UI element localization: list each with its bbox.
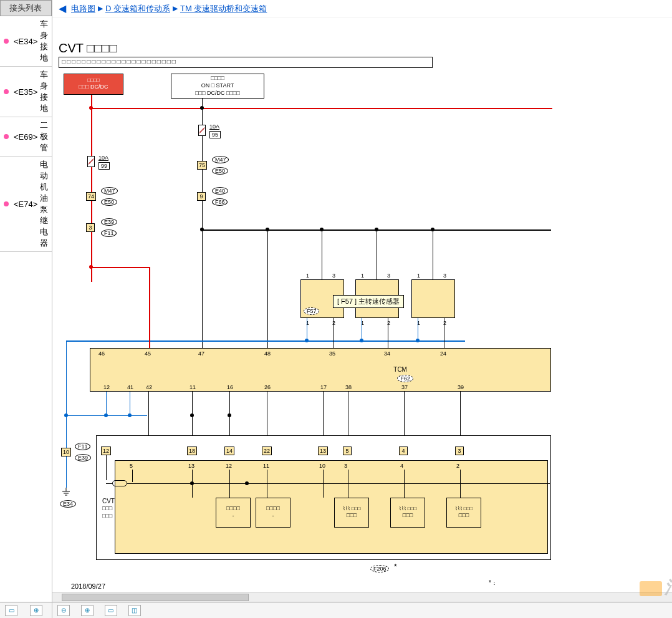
wire — [444, 318, 444, 348]
wire — [418, 318, 418, 340]
wire — [202, 229, 203, 348]
crumb-link[interactable]: 电路图 — [71, 3, 95, 14]
wire — [433, 229, 433, 279]
bullet-icon — [4, 201, 9, 206]
node — [200, 106, 204, 110]
pin: 3 — [86, 223, 95, 232]
conn[interactable]: F66 — [212, 198, 228, 206]
crumb-link[interactable]: D 变速箱和传动系 — [105, 3, 170, 14]
wire — [91, 267, 150, 268]
list-item[interactable]: <E74> 电动机油泵继电器 — [0, 157, 52, 252]
wire — [404, 392, 405, 435]
add-icon[interactable]: ⊕ — [30, 605, 42, 616]
wire — [348, 392, 348, 435]
wire — [460, 392, 461, 435]
zoom-out-icon[interactable]: ⊖ — [57, 605, 70, 616]
node — [89, 265, 93, 269]
wire — [388, 318, 388, 348]
list-item[interactable]: <E69> 二极管 — [0, 117, 52, 157]
node — [228, 413, 231, 417]
conn[interactable]: F11 — [75, 443, 91, 450]
fuse-icon — [87, 156, 95, 167]
wire — [66, 415, 147, 416]
conn[interactable]: E50 — [212, 167, 228, 175]
main-panel: ◀ 电路图 ▶ D 变速箱和传动系 ▶ TM 变速驱动桥和变速箱 CVT □□□… — [52, 0, 672, 618]
wire — [267, 229, 268, 348]
pin: 74 — [86, 192, 96, 201]
wire — [149, 267, 150, 348]
conn[interactable]: E39 — [101, 218, 117, 226]
wire — [130, 392, 130, 417]
list-item[interactable]: <E35> 车身接地 — [0, 67, 52, 117]
wire — [148, 392, 149, 435]
cvt-inner — [115, 460, 548, 554]
back-icon[interactable]: ◀ — [59, 2, 66, 14]
fuse-num: 99 — [98, 162, 110, 170]
conn[interactable]: E40 — [212, 187, 228, 195]
diagram-subtitle: □□□□□□□□□□□□□□□□□□□□□□□ — [59, 57, 433, 68]
conn[interactable]: M47 — [101, 187, 118, 195]
wire — [377, 229, 377, 279]
node — [89, 106, 93, 110]
wire — [307, 318, 307, 340]
wire — [66, 456, 67, 488]
crumb-link[interactable]: TM 变速驱动桥和变速箱 — [180, 3, 267, 14]
sep-icon: ▶ — [173, 4, 178, 12]
main-toolbar: ⊖ ⊕ ▭ ◫ ⎙ ≡ — [52, 602, 672, 618]
wire — [322, 229, 322, 279]
wire — [323, 392, 324, 435]
diagram-viewport[interactable]: CVT □□□□ □□□□□□□□□□□□□□□□□□□□□□□ □□□□ □□… — [52, 17, 672, 602]
doc-icon[interactable]: ◫ — [128, 605, 141, 616]
conn[interactable]: E34 — [60, 500, 76, 508]
pin: 75 — [197, 161, 207, 170]
pin: 9 — [197, 192, 206, 201]
fuse-amp: 10A — [98, 155, 108, 161]
wire — [66, 340, 465, 342]
component: □□□□- — [216, 498, 251, 528]
sidebar: 接头列表 <E34> 车身接地 <E35> 车身接地 <E69> 二极管 <E7… — [0, 0, 52, 618]
conn[interactable]: F11 — [101, 229, 117, 237]
connector-list: <E34> 车身接地 <E35> 车身接地 <E69> 二极管 <E74> 电动… — [0, 16, 52, 602]
conn[interactable]: M47 — [212, 156, 229, 163]
wire — [132, 483, 550, 484]
page-icon[interactable]: ▭ — [105, 605, 117, 616]
sidebar-header: 接头列表 — [0, 0, 52, 16]
wire — [267, 392, 267, 435]
sensor-box[interactable]: 31 12 — [411, 279, 455, 318]
list-item[interactable]: <E34> 车身接地 — [0, 16, 52, 67]
node — [190, 481, 194, 485]
conn: F62 — [397, 375, 413, 382]
pin: 10 — [61, 448, 71, 456]
dcdc-box[interactable]: □□□□ □□□ DC/DC — [64, 74, 123, 95]
diagram-title: CVT □□□□ — [59, 41, 117, 56]
wire — [91, 108, 552, 109]
fuse-num: 95 — [209, 131, 221, 138]
wire — [106, 392, 107, 417]
component: ⌇⌇⌇ □□□□□□ — [334, 498, 369, 528]
sidebar-toolbar: ▭ ⊕ — [0, 602, 52, 618]
conn[interactable]: E39 — [75, 454, 91, 461]
fuse-amp: 10A — [209, 123, 219, 130]
bullet-icon — [4, 134, 9, 139]
node — [190, 413, 194, 417]
conn[interactable]: E50 — [101, 198, 117, 206]
wire — [362, 318, 362, 340]
date-label: 2018/09/27 — [71, 582, 105, 590]
wire — [106, 483, 112, 484]
tool-icon[interactable]: ▭ — [5, 605, 17, 616]
node — [245, 481, 249, 485]
zoom-in-icon[interactable]: ⊕ — [81, 605, 94, 616]
wire — [333, 318, 334, 348]
wire — [91, 95, 92, 282]
fuse-icon — [198, 125, 206, 136]
component: □□□□- — [256, 498, 290, 528]
component: ⌇⌇⌇ □□□□□□ — [390, 498, 425, 528]
scrollbar-horizontal[interactable] — [52, 592, 672, 602]
start-box[interactable]: □□□□ ON □ START □□□ DC/DC □□□□ — [171, 74, 264, 99]
conn[interactable]: F206 — [370, 565, 390, 572]
ground-icon — [61, 488, 71, 500]
bullet-icon — [4, 89, 9, 94]
resistor-icon — [112, 480, 127, 486]
wire — [66, 340, 67, 415]
wiring-diagram: CVT □□□□ □□□□□□□□□□□□□□□□□□□□□□□ □□□□ □□… — [52, 17, 672, 591]
